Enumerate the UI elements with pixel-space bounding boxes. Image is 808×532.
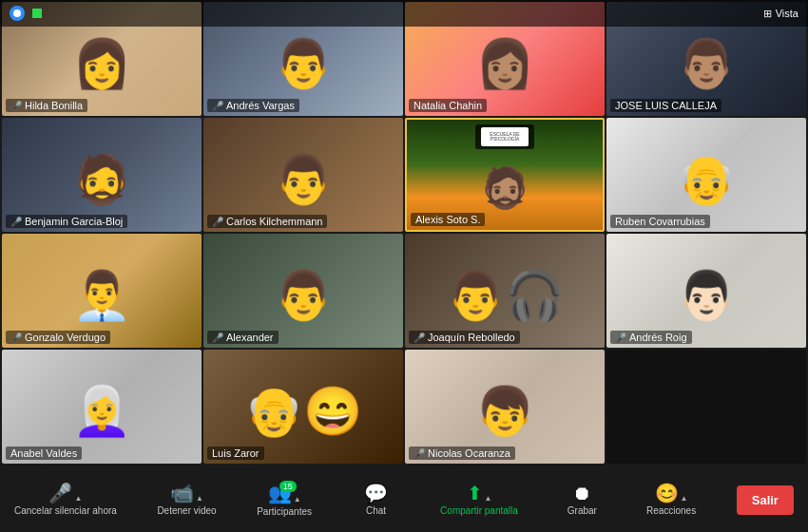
video-grid: 👩 🎤 Hilda Bonilla 👨 🎤 Andrés Vargas 👩🏽 N… (0, 0, 808, 466)
participant-name-2: 🎤 Andrés Vargas (207, 99, 299, 112)
mute-icon: 🎤 (48, 484, 72, 503)
view-label: Vista (776, 8, 798, 19)
video-cell-11: 👨🎧 🎤 Joaquín Rebolledo (405, 234, 605, 348)
video-cell-6: 👨 🎤 Carlos Kilchemmann (203, 118, 403, 232)
participant-name-7: Alexis Soto S. (411, 213, 485, 226)
participants-button[interactable]: 👥 15 ▲ Participantes (257, 484, 312, 517)
participant-name-12: 🎤 Andrés Roig (610, 331, 692, 344)
mute-icon-12: 🎤 (615, 332, 626, 343)
record-icon: ⏺ (572, 484, 591, 503)
exit-button[interactable]: Salir (737, 485, 794, 515)
reactions-button[interactable]: 😊 ▲ Reacciones (646, 484, 696, 516)
zoom-logo (10, 6, 25, 21)
record-button[interactable]: ⏺ Grabar (558, 484, 606, 516)
grid-icon: ⊞ (763, 8, 772, 20)
participants-badge: 15 (279, 481, 297, 492)
video-cell-12: 👨🏻 🎤 Andrés Roig (606, 234, 806, 348)
record-label: Grabar (568, 505, 597, 516)
participant-name-11: 🎤 Joaquín Rebolledo (409, 331, 520, 344)
share-button[interactable]: ⬆ ▲ Compartir pantalla (440, 484, 518, 516)
mute-icon-5: 🎤 (10, 217, 22, 227)
mute-icon-1: 🎤 (10, 101, 22, 111)
participant-name-9: 🎤 Gonzalo Verdugo (6, 331, 110, 344)
mute-icon-6: 🎤 (212, 217, 223, 227)
participant-name-5: 🎤 Benjamin Garcia-Bloj (6, 215, 127, 228)
participant-name-13: Anabel Valdes (6, 446, 82, 460)
participant-name-10: 🎤 Alexander (207, 331, 279, 344)
toolbar: 🎤 ▲ Cancelar silenciar ahora 📹 ▲ Detener… (0, 467, 808, 532)
view-button[interactable]: ⊞ Vista (763, 8, 798, 20)
participants-caret: ▲ (294, 495, 301, 504)
participants-label: Participantes (257, 506, 312, 517)
mute-icon-15: 🎤 (414, 448, 425, 459)
mute-icon-2: 🎤 (212, 101, 223, 111)
participant-name-15: 🎤 Nicolas Ocaranza (409, 446, 515, 460)
top-bar: ⊞ Vista (0, 0, 808, 27)
mute-button[interactable]: 🎤 ▲ Cancelar silenciar ahora (14, 484, 117, 516)
share-caret: ▲ (485, 494, 492, 503)
video-icon: 📹 (170, 484, 194, 503)
video-cell-8: 👴 Ruben Covarrubias (606, 118, 806, 232)
chat-label: Chat (366, 505, 386, 516)
participant-name-14: Luis Zaror (207, 446, 264, 460)
video-cell-13: 👩‍🦳 Anabel Valdes (2, 350, 202, 464)
share-icon: ⬆ (467, 484, 483, 503)
reactions-icon: 😊 (655, 484, 679, 503)
participant-name-3: Natalia Chahin (409, 99, 487, 112)
reactions-caret: ▲ (681, 494, 688, 503)
status-indicator (32, 9, 42, 18)
share-label: Compartir pantalla (440, 505, 518, 516)
participant-name-1: 🎤 Hilda Bonilla (6, 99, 87, 112)
video-label: Detener video (157, 505, 216, 516)
participant-name-4: JOSE LUIS CALLEJA (610, 99, 721, 112)
video-cell-14: 👴😄 Luis Zaror (203, 350, 403, 464)
zoom-dot (13, 10, 21, 17)
video-cell-7: 🧔🏽 ESCUELA DEPSICOLOGÍA Alexis Soto S. (405, 118, 605, 232)
mute-icon-9: 🎤 (10, 332, 22, 343)
chat-icon: 💬 (364, 484, 388, 503)
reactions-label: Reacciones (646, 505, 696, 516)
video-cell-15: 👦 🎤 Nicolas Ocaranza (405, 350, 605, 464)
video-button[interactable]: 📹 ▲ Detener video (157, 484, 216, 516)
video-cell-5: 🧔 🎤 Benjamin Garcia-Bloj (2, 118, 202, 232)
mute-caret: ▲ (74, 494, 82, 503)
video-cell-9: 👨‍💼 🎤 Gonzalo Verdugo (2, 234, 202, 348)
video-cell-empty (606, 350, 806, 464)
chat-button[interactable]: 💬 Chat (353, 484, 400, 516)
video-cell-10: 👨 🎤 Alexander (203, 234, 403, 348)
mute-label: Cancelar silenciar ahora (14, 505, 117, 516)
participant-name-6: 🎤 Carlos Kilchemmann (207, 215, 327, 228)
video-caret: ▲ (196, 494, 203, 503)
mute-icon-10: 🎤 (212, 332, 223, 343)
app-container: ⊞ Vista 👩 🎤 Hilda Bonilla 👨 🎤 Andrés Var… (0, 0, 808, 466)
mute-icon-11: 🎤 (414, 332, 425, 343)
participant-name-8: Ruben Covarrubias (610, 215, 710, 228)
